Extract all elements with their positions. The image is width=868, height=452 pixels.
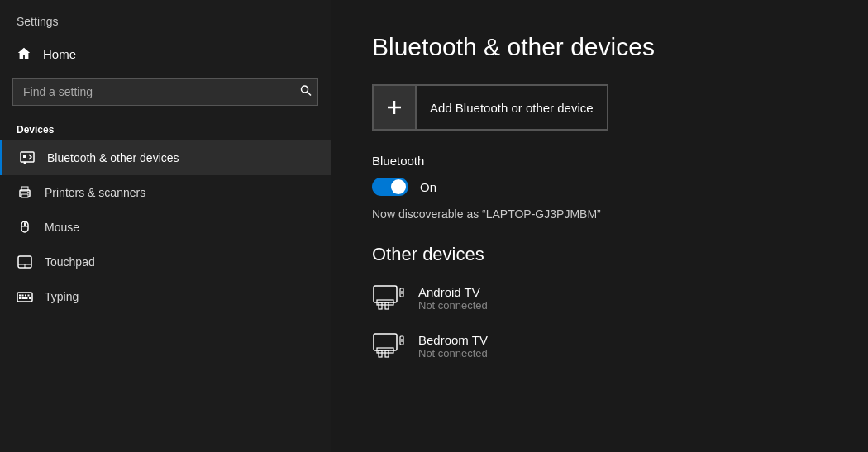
svg-rect-16 xyxy=(17,293,32,302)
svg-rect-35 xyxy=(385,350,389,357)
app-title: Settings xyxy=(0,0,331,36)
printers-label: Printers & scanners xyxy=(45,186,145,199)
home-icon xyxy=(17,46,31,61)
sidebar-item-home[interactable]: Home xyxy=(0,36,331,71)
bedroom-tv-info: Bedroom TV Not connected xyxy=(418,333,488,359)
android-tv-name: Android TV xyxy=(418,285,488,299)
device-item-bedroom-tv[interactable]: Bedroom TV Not connected xyxy=(372,330,827,363)
discoverable-text: Now discoverable as “LAPTOP-GJ3PJMBM” xyxy=(372,207,827,221)
mouse-icon xyxy=(17,219,33,236)
sidebar-item-bluetooth[interactable]: Bluetooth & other devices xyxy=(0,140,331,175)
svg-rect-21 xyxy=(19,297,21,299)
mouse-label: Mouse xyxy=(45,221,79,234)
android-tv-status: Not connected xyxy=(418,299,488,312)
toggle-state-label: On xyxy=(420,180,436,194)
svg-rect-6 xyxy=(21,194,28,197)
touchpad-label: Touchpad xyxy=(45,255,95,269)
sidebar-item-touchpad[interactable]: Touchpad xyxy=(0,245,331,279)
device-item-android-tv[interactable]: Android TV Not connected xyxy=(372,282,827,315)
svg-rect-34 xyxy=(379,350,382,357)
devices-section-label: Devices xyxy=(0,116,331,140)
search-container xyxy=(12,78,318,106)
svg-rect-20 xyxy=(28,295,30,297)
typing-label: Typing xyxy=(45,290,79,303)
android-tv-icon xyxy=(372,282,405,315)
search-button[interactable] xyxy=(300,85,312,99)
add-device-label: Add Bluetooth or other device xyxy=(430,101,607,115)
bluetooth-toggle-row: On xyxy=(372,178,827,196)
other-devices-title: Other devices xyxy=(372,244,827,265)
svg-rect-22 xyxy=(22,297,28,299)
svg-rect-29 xyxy=(385,302,389,309)
touchpad-icon xyxy=(17,254,33,270)
bedroom-tv-status: Not connected xyxy=(418,347,488,359)
sidebar-item-printers[interactable]: Printers & scanners xyxy=(0,175,331,210)
bluetooth-devices-label: Bluetooth & other devices xyxy=(47,151,179,164)
svg-rect-17 xyxy=(19,295,21,297)
android-tv-info: Android TV Not connected xyxy=(418,285,488,312)
bluetooth-devices-icon xyxy=(19,150,36,166)
typing-icon xyxy=(17,288,33,305)
sidebar: Settings Home Devices Blueto xyxy=(0,0,331,452)
printers-icon xyxy=(17,184,33,201)
svg-line-1 xyxy=(308,92,312,96)
page-title: Bluetooth & other devices xyxy=(372,33,827,61)
bluetooth-section-title: Bluetooth xyxy=(372,154,827,168)
bedroom-tv-icon xyxy=(372,330,405,363)
svg-point-8 xyxy=(27,192,29,193)
bluetooth-toggle[interactable] xyxy=(372,178,408,196)
svg-rect-3 xyxy=(23,155,26,158)
toggle-thumb xyxy=(391,179,406,194)
sidebar-item-mouse[interactable]: Mouse xyxy=(0,210,331,245)
svg-point-4 xyxy=(24,162,26,164)
svg-rect-23 xyxy=(29,297,31,299)
bedroom-tv-name: Bedroom TV xyxy=(418,333,488,347)
home-label: Home xyxy=(43,47,76,61)
svg-rect-19 xyxy=(25,295,26,297)
svg-rect-18 xyxy=(22,295,24,297)
add-device-button[interactable]: Add Bluetooth or other device xyxy=(372,84,608,131)
sidebar-item-typing[interactable]: Typing xyxy=(0,279,331,314)
svg-rect-28 xyxy=(379,302,382,309)
svg-point-0 xyxy=(302,86,308,93)
main-content: Bluetooth & other devices Add Bluetooth … xyxy=(331,0,868,452)
add-device-plus-icon xyxy=(374,86,417,129)
search-input[interactable] xyxy=(12,78,318,106)
